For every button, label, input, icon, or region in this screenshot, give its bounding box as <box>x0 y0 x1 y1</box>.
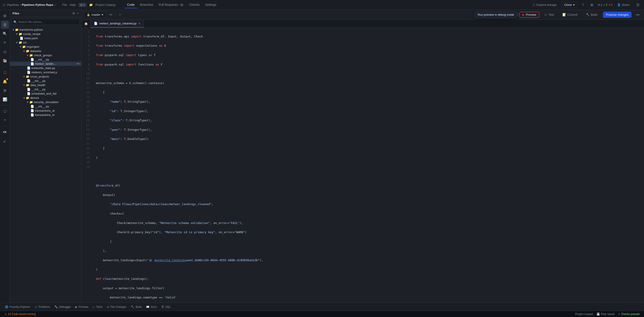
file-panel-title: Files <box>12 12 19 15</box>
debug-tooltip: Run preview in debug mode <box>474 11 518 18</box>
code-line-21: Check(meteorite_schema, "Meteorite schem… <box>96 221 640 225</box>
star-icon[interactable]: ☆ <box>54 3 57 7</box>
bottom-item-build[interactable]: 🔨 Build <box>128 304 144 309</box>
tree-file-meteor-landings[interactable]: 📄 meteor_landin… ••• <box>10 62 81 66</box>
project-catalog-label[interactable]: Project Catalog <box>96 3 116 7</box>
tab-pull-requests[interactable]: Pull Requests 5 <box>156 2 186 8</box>
commit-btn[interactable]: 📝 Commit <box>560 12 580 18</box>
file-menu[interactable]: File <box>62 3 67 7</box>
app-root: ⬡ Pipelines › Pipelines Python Repo ☆ Fi… <box>0 0 644 317</box>
sidebar-icon-history[interactable]: ◷ <box>1 48 9 56</box>
propose-changes-btn[interactable]: Propose changes <box>603 12 632 18</box>
code-content[interactable]: from transforms.api import transform_df,… <box>92 28 644 303</box>
pull-requests-badge: 5 <box>180 3 184 7</box>
more-icon[interactable]: ••• <box>77 62 80 66</box>
docs-label: Docs <box>151 305 157 308</box>
breadcrumb-parent[interactable]: Pipelines <box>7 3 19 7</box>
sidebar-icon-network[interactable]: ⬡ <box>1 107 9 115</box>
tab-branches[interactable]: Branches <box>137 2 156 8</box>
home-tab[interactable]: 🏠 <box>82 20 91 28</box>
sidebar-icon-question[interactable]: ? <box>1 116 9 124</box>
branch-selector[interactable]: 🔒 master ▾ <box>84 12 106 18</box>
tree-folder-myproject[interactable]: ▾ 📁 myproject <box>10 45 81 49</box>
branch-icon[interactable]: ⑂ <box>116 11 124 18</box>
tree-file-meta-yaml[interactable]: 📄 meta.yaml <box>10 36 81 40</box>
tree-folder-conda-recipe[interactable]: ▾ 📁 conda_recipe <box>10 32 81 36</box>
grid-icon[interactable]: ⊞ <box>588 1 596 9</box>
file-search-wrapper: 🔍 <box>12 19 80 25</box>
sidebar-icon-pipeline[interactable]: ⬡ <box>1 68 9 77</box>
tree-file-init4[interactable]: 📄 __init__.py <box>10 104 81 109</box>
tree-folder-security-simulation[interactable]: ▾ 📁 security_simulation <box>10 100 81 104</box>
tree-folder-data-health[interactable]: ▾ 📁 data_health <box>10 83 81 87</box>
breadcrumb-pipelines-icon: ⬡ <box>3 3 6 7</box>
file-icon: 📄 <box>30 109 34 112</box>
code-line-15 <box>96 165 640 169</box>
tree-folder-cross-projects[interactable]: ▾ 📁 cross_projects <box>10 74 81 79</box>
sidebar-icon-catalog[interactable]: 📚 <box>1 57 9 65</box>
lock-icon: 🔒 <box>87 13 90 16</box>
file-panel-actions: ⚙ + <box>72 12 79 15</box>
tree-folder-demos[interactable]: ▾ 📁 demos <box>10 96 81 100</box>
more-actions-icon[interactable]: ••• <box>634 11 641 18</box>
sidebar-icon-code[interactable]: ⟨⟩ <box>1 21 9 29</box>
sidebar-icon-collapse[interactable]: ↙ <box>1 137 9 145</box>
edit-icon[interactable]: ✏ <box>108 11 115 18</box>
settings-icon[interactable]: ⚙ <box>72 12 75 15</box>
files-saved-label: Files saved <box>601 312 614 316</box>
code-line-2: from transforms import expectations as E <box>96 44 640 48</box>
bottom-item-preview[interactable]: ▶ Preview <box>73 304 90 309</box>
tab-checks[interactable]: Checks <box>186 2 202 8</box>
tree-label: meteors_enriched.p <box>31 71 57 74</box>
sidebar-icon-alert-wrapper: 🔔 <box>1 77 9 85</box>
tree-folder-transforms-python[interactable]: ▾ 📁 transforms-python <box>10 28 81 32</box>
tree-file-meteorite-stats[interactable]: 📄 meteorite_stats.py <box>10 66 81 70</box>
tree-file-init2[interactable]: 📄 __init__.py <box>10 79 81 83</box>
tree-file-meteors-enriched[interactable]: 📄 meteors_enriched.p <box>10 70 81 74</box>
bottom-item-foundry-explorer[interactable]: 🌐 Foundry Explorer <box>3 304 32 309</box>
bottom-item-problems[interactable]: ⚠ Problems <box>32 304 52 309</box>
chevron-down-icon: ▾ <box>102 13 103 16</box>
tab-close-icon[interactable]: ✕ <box>138 22 140 25</box>
share-icon: 👤 <box>617 3 621 7</box>
build-label: Build <box>591 13 598 16</box>
sidebar-icon-user[interactable]: CK <box>1 128 9 136</box>
code-editor[interactable]: 1 2 3 4 5 6 7 8 9 10 11 12 13 14 15 16 1 <box>82 28 644 303</box>
preview-btn[interactable]: ▶ Preview <box>519 12 539 18</box>
line-num-5: 5 <box>82 48 92 53</box>
bottom-item-tests[interactable]: ▷ Tests <box>90 304 105 309</box>
sidebar-icon-layers[interactable]: ≡ <box>1 39 9 47</box>
tree-folder-src[interactable]: ▾ 📁 src <box>10 40 81 45</box>
share-btn[interactable]: 👤 Share <box>614 2 632 8</box>
editor-tab-active[interactable]: 📄 meteor_landings_cleaned.py ✕ <box>91 20 144 28</box>
tab-code[interactable]: Code <box>124 2 137 8</box>
bottom-item-debugger[interactable]: 🔧 Debugger <box>52 304 73 309</box>
explore-lineage-btn[interactable]: ⬡ Explore lineage <box>530 2 560 8</box>
menu-icon[interactable]: ☰ <box>634 1 641 9</box>
question-icon[interactable]: ? <box>580 1 587 9</box>
tree-file-transactions-in[interactable]: 📄 transactions_in <box>10 113 81 117</box>
workspace-badge: ⊞ 1 <box>78 3 87 7</box>
clone-btn[interactable]: Clone ▾ <box>561 2 578 8</box>
tree-file-transactions-ar[interactable]: 📄 transactions_ar <box>10 109 81 113</box>
bottom-item-sql[interactable]: 🗄 SQL <box>159 304 173 309</box>
line-num-26: 26 <box>82 146 92 151</box>
tree-file-init1[interactable]: 📄 __init__.py <box>10 57 81 62</box>
tree-folder-check-groups[interactable]: ▾ 📁 check_groups <box>10 53 81 57</box>
tree-file-scheduled[interactable]: 📄 scheduled_and_fail <box>10 92 81 96</box>
sidebar-icon-table[interactable]: ⊞ <box>1 86 9 94</box>
sidebar-icon-chart[interactable]: 📊 <box>1 95 9 103</box>
help-menu[interactable]: Help <box>70 3 76 7</box>
test-btn[interactable]: ▷ Test <box>542 12 557 18</box>
ci-fail-count: 4 <box>611 3 613 7</box>
sidebar-icon-grid[interactable]: ⊞ <box>1 12 9 20</box>
sidebar-icon-search[interactable]: 🔍 <box>1 30 9 38</box>
bottom-item-docs[interactable]: 📖 Docs <box>144 304 159 309</box>
add-file-icon[interactable]: + <box>77 12 79 15</box>
bottom-item-file-changes[interactable]: ⇄ File Changes <box>105 304 128 309</box>
build-btn[interactable]: 🔨 Build <box>583 12 600 18</box>
tab-settings[interactable]: Settings <box>202 2 219 8</box>
tree-file-init3[interactable]: 📄 __init__.py <box>10 87 81 92</box>
tree-folder-datasets[interactable]: ▾ 📁 datasets <box>10 49 81 53</box>
file-search-input[interactable] <box>12 19 80 25</box>
